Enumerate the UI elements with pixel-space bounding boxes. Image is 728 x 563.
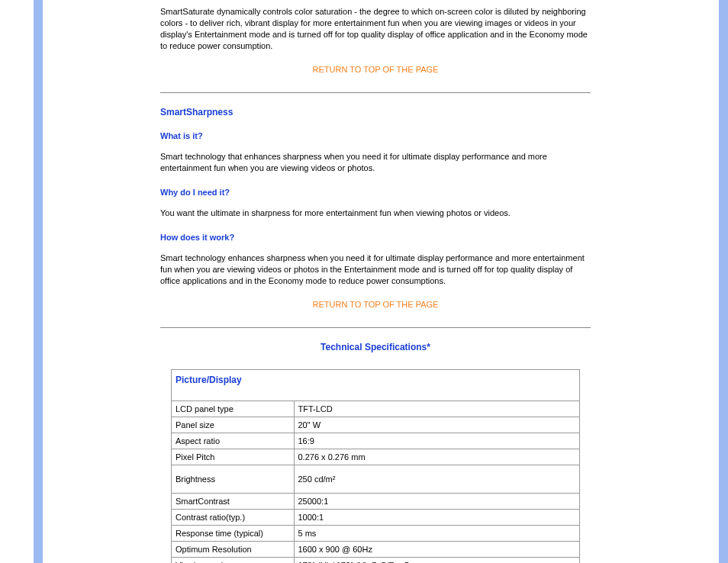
what-is-it-heading: What is it? bbox=[160, 131, 591, 140]
divider-2 bbox=[160, 327, 591, 328]
spec-label: Response time (typical) bbox=[172, 526, 295, 542]
spec-value: TFT-LCD bbox=[294, 401, 580, 417]
how-works-text: Smart technology enhances sharpness when… bbox=[160, 253, 591, 287]
return-to-top-link-2[interactable]: RETURN TO TOP OF THE PAGE bbox=[160, 300, 591, 309]
spec-value: 5 ms bbox=[294, 526, 580, 542]
spec-label: SmartContrast bbox=[172, 494, 295, 510]
spec-table: Picture/Display LCD panel type TFT-LCD P… bbox=[171, 369, 580, 563]
divider-1 bbox=[160, 92, 591, 93]
spec-label: Optimum Resolution bbox=[172, 542, 295, 558]
spec-label: Brightness bbox=[172, 465, 295, 494]
table-row: SmartContrast 25000:1 bbox=[172, 494, 580, 510]
spec-label: Contrast ratio(typ.) bbox=[172, 510, 295, 526]
spec-value: 20" W bbox=[294, 417, 580, 433]
left-decorative-strip bbox=[34, 0, 43, 563]
spec-label: Pixel Pitch bbox=[172, 449, 295, 465]
table-row: Panel size 20" W bbox=[172, 417, 580, 433]
smartsaturate-paragraph: SmartSaturate dynamically controls color… bbox=[160, 6, 591, 51]
spec-value: 0.276 x 0.276 mm bbox=[294, 449, 580, 465]
spec-table-wrapper: Picture/Display LCD panel type TFT-LCD P… bbox=[171, 369, 580, 563]
spec-label: Viewing angle bbox=[172, 558, 295, 563]
why-need-it-text: You want the ultimate in sharpness for m… bbox=[160, 208, 591, 219]
table-row: Viewing angle 178° (H) / 170° (V) @ C/R … bbox=[172, 558, 580, 563]
tech-spec-heading: Technical Specifications* bbox=[160, 342, 591, 352]
spec-label: LCD panel type bbox=[172, 401, 295, 417]
spec-value: 1000:1 bbox=[294, 510, 580, 526]
table-row: Brightness 250 cd/m² bbox=[172, 465, 580, 494]
table-row: Pixel Pitch 0.276 x 0.276 mm bbox=[172, 449, 580, 465]
table-row: Contrast ratio(typ.) 1000:1 bbox=[172, 510, 580, 526]
spec-label: Panel size bbox=[172, 417, 295, 433]
page-container: SmartSaturate dynamically controls color… bbox=[0, 0, 728, 563]
spec-label: Aspect ratio bbox=[172, 433, 295, 449]
spec-value: 25000:1 bbox=[294, 494, 580, 510]
spec-category-header: Picture/Display bbox=[172, 370, 580, 401]
why-need-it-heading: Why do I need it? bbox=[160, 188, 591, 197]
spec-value: 250 cd/m² bbox=[294, 465, 580, 494]
table-row: Response time (typical) 5 ms bbox=[172, 526, 580, 542]
return-to-top-link-1[interactable]: RETURN TO TOP OF THE PAGE bbox=[160, 65, 591, 74]
spec-value: 1600 x 900 @ 60Hz bbox=[294, 542, 580, 558]
table-row: Aspect ratio 16:9 bbox=[172, 433, 580, 449]
right-decorative-strip bbox=[719, 0, 728, 563]
what-is-it-text: Smart technology that enhances sharpness… bbox=[160, 151, 591, 174]
table-row: Optimum Resolution 1600 x 900 @ 60Hz bbox=[172, 542, 580, 558]
smartsharpness-heading: SmartSharpness bbox=[160, 107, 591, 117]
spec-value: 178° (H) / 170° (V) @ C/R > 5 bbox=[294, 558, 580, 563]
table-row: LCD panel type TFT-LCD bbox=[172, 401, 580, 417]
content-area: SmartSaturate dynamically controls color… bbox=[160, 0, 591, 563]
how-works-heading: How does it work? bbox=[160, 233, 591, 242]
spec-value: 16:9 bbox=[294, 433, 580, 449]
spec-category-row: Picture/Display bbox=[172, 370, 580, 401]
